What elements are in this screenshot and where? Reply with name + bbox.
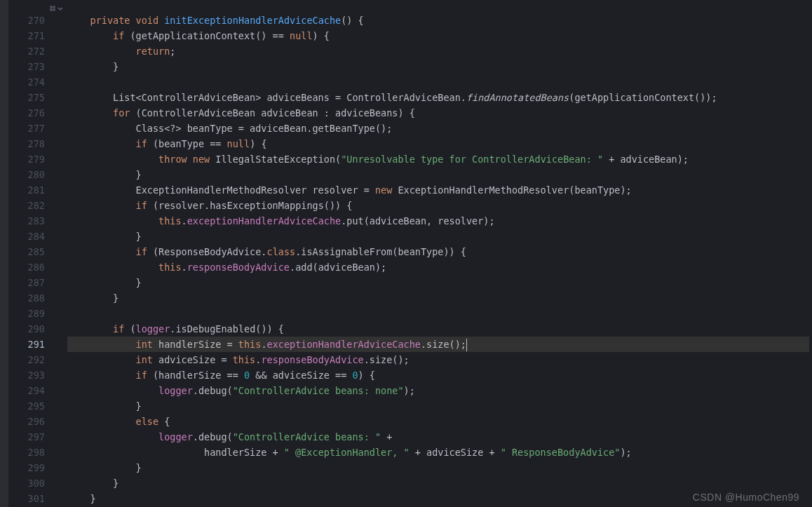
code-line: if (logger.isDebugEnabled()) { [67,321,809,337]
svg-point-1 [53,6,55,8]
line-number[interactable]: 272 [8,43,67,59]
line-number[interactable]: 273 [8,59,67,74]
svg-point-3 [53,8,55,11]
line-number[interactable]: 275 [8,90,67,105]
code-line: } [67,460,809,475]
code-line: if (handlerSize == 0 && adviceSize == 0)… [67,367,809,383]
line-number[interactable]: 292 [8,352,67,367]
line-number[interactable]: 274 [8,74,67,90]
code-line: if (resolver.hasExceptionMappings()) { [67,198,809,213]
line-number[interactable]: 277 [8,121,67,136]
code-line: if (ResponseBodyAdvice.class.isAssignabl… [67,244,809,259]
line-number[interactable]: 296 [8,414,67,429]
line-number[interactable]: 287 [8,275,67,290]
line-number[interactable]: 282 [8,198,67,213]
code-line-current: int handlerSize = this.exceptionHandlerA… [67,337,809,352]
line-number[interactable]: 298 [8,445,67,460]
line-number[interactable]: 291 [8,337,67,352]
gutter-icons [8,4,67,13]
code-line: ExceptionHandlerMethodResolver resolver … [67,182,809,198]
code-line: } [67,290,809,306]
line-number[interactable]: 297 [8,429,67,445]
svg-point-0 [50,6,53,8]
editor-scrollbar-strip[interactable] [809,0,812,507]
code-line: List<ControllerAdviceBean> adviceBeans =… [67,90,809,105]
code-editor[interactable]: private void initExceptionHandlerAdviceC… [67,0,809,507]
code-line: logger.debug("ControllerAdvice beans: " … [67,429,809,445]
line-number[interactable]: 283 [8,213,67,229]
code-line: } [67,167,809,182]
line-number[interactable]: 290 [8,321,67,337]
line-number-gutter: 2702712722732742752762772782792802812822… [8,0,67,507]
code-line: } [67,475,809,491]
svg-point-2 [50,8,53,11]
line-number[interactable]: 299 [8,460,67,475]
line-number[interactable]: 280 [8,167,67,182]
activity-bar[interactable] [0,0,8,507]
line-number[interactable]: 294 [8,383,67,398]
watermark: CSDN @HumoChen99 [693,492,799,503]
line-number[interactable]: 270 [8,13,67,28]
line-number[interactable]: 285 [8,244,67,259]
code-line: this.responseBodyAdvice.add(adviceBean); [67,259,809,275]
text-caret [466,339,467,351]
code-line: throw new IllegalStateException("Unresol… [67,151,809,167]
line-number[interactable]: 301 [8,491,67,506]
line-number[interactable]: 281 [8,182,67,198]
code-line: if (beanType == null) { [67,136,809,151]
code-line [67,306,809,321]
line-number[interactable]: 276 [8,105,67,121]
line-number[interactable]: 288 [8,290,67,306]
code-line: private void initExceptionHandlerAdviceC… [67,13,809,28]
code-line: this.exceptionHandlerAdviceCache.put(adv… [67,213,809,229]
line-number[interactable]: 286 [8,259,67,275]
code-line: else { [67,414,809,429]
code-line: for (ControllerAdviceBean adviceBean : a… [67,105,809,121]
line-number[interactable]: 271 [8,28,67,43]
code-line: } [67,398,809,414]
line-number[interactable]: 279 [8,151,67,167]
code-line: handlerSize + " @ExceptionHandler, " + a… [67,445,809,460]
line-number[interactable]: 278 [8,136,67,151]
code-line [67,74,809,90]
code-line: Class<?> beanType = adviceBean.getBeanTy… [67,121,809,136]
line-number[interactable]: 300 [8,475,67,491]
code-line: logger.debug("ControllerAdvice beans: no… [67,383,809,398]
code-line: return; [67,43,809,59]
code-line: int adviceSize = this.responseBodyAdvice… [67,352,809,367]
code-line: } [67,59,809,74]
line-number[interactable]: 293 [8,367,67,383]
line-number[interactable]: 295 [8,398,67,414]
line-number[interactable]: 284 [8,229,67,244]
line-number[interactable]: 289 [8,306,67,321]
code-line: if (getApplicationContext() == null) { [67,28,809,43]
code-line: } [67,275,809,290]
code-line: } [67,229,809,244]
